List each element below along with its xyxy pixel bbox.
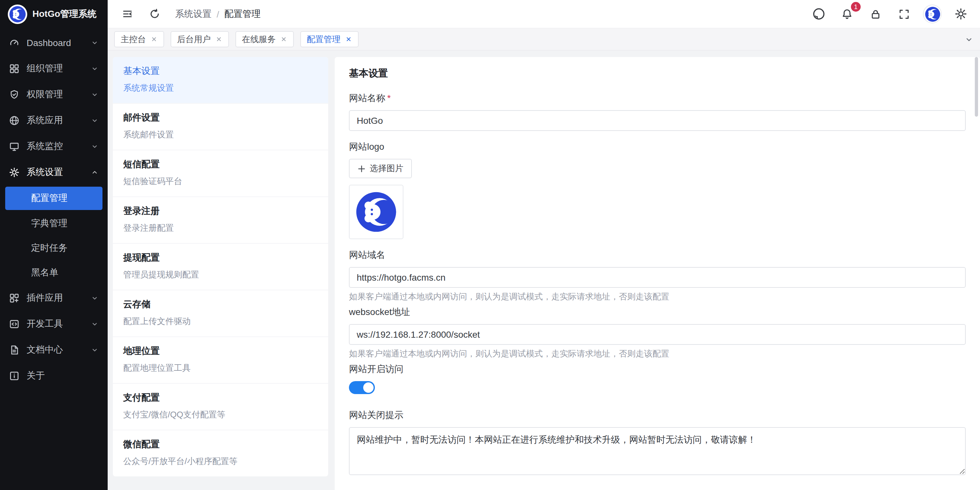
sidebar-item-label: 系统设置 [27, 167, 84, 178]
close-tab-icon[interactable] [215, 36, 223, 43]
org-grid-icon [9, 63, 19, 74]
sidebar-item-apps[interactable]: 系统应用 [0, 108, 108, 133]
breadcrumb-item-current[interactable]: 配置管理 [224, 8, 261, 20]
site-domain-input[interactable] [349, 267, 966, 288]
lock-icon [870, 8, 881, 20]
choose-image-button[interactable]: 选择图片 [349, 159, 412, 178]
settings-nav-login[interactable]: 登录注册 登录注册配置 [113, 197, 328, 244]
app-logo-row[interactable]: HotGo管理系统 [0, 0, 108, 29]
settings-nav-withdraw[interactable]: 提现配置 管理员提现规则配置 [113, 244, 328, 290]
sidebar-item-devtools[interactable]: 开发工具 [0, 311, 108, 337]
tab-console[interactable]: 主控台 [114, 31, 164, 47]
sidebar-item-dashboard[interactable]: Dashboard [0, 30, 108, 56]
settings-nav-geo[interactable]: 地理位置 配置地理位置工具 [113, 337, 328, 384]
close-tab-icon[interactable] [345, 36, 352, 43]
site-access-toggle[interactable] [349, 381, 375, 394]
sidebar-item-monitor[interactable]: 系统监控 [0, 133, 108, 159]
settings-nav-subtitle: 公众号/开放平台/小程序配置等 [123, 456, 318, 467]
chevron-up-icon [91, 168, 99, 176]
websocket-help: 如果客户端通过本地或内网访问，则认为是调试模式，走实际请求地址，否则走该配置 [349, 348, 966, 360]
about-icon [9, 371, 19, 381]
site-logo-preview[interactable] [349, 185, 403, 239]
sidebar-subitem-label: 字典管理 [31, 218, 67, 230]
tab-label: 主控台 [121, 33, 146, 45]
settings-nav-sms[interactable]: 短信配置 短信验证码平台 [113, 151, 328, 197]
breadcrumb-separator: / [216, 9, 219, 19]
user-avatar[interactable] [924, 5, 941, 23]
settings-nav-title: 支付配置 [123, 392, 318, 404]
sidebar-subitem-cron[interactable]: 定时任务 [0, 236, 108, 260]
plugin-icon [9, 293, 19, 303]
sidebar-item-docs[interactable]: 文档中心 [0, 337, 108, 363]
websocket-input[interactable] [349, 324, 966, 345]
sidebar-item-about[interactable]: 关于 [0, 363, 108, 389]
tab-label: 配置管理 [307, 33, 340, 45]
plus-icon [357, 164, 366, 173]
tab-options-button[interactable] [964, 35, 974, 44]
app-logo [8, 5, 27, 24]
tab-online-service[interactable]: 在线服务 [235, 31, 294, 47]
sidebar-item-permission[interactable]: 权限管理 [0, 82, 108, 108]
sidebar-subitem-blacklist[interactable]: 黑名单 [0, 260, 108, 285]
breadcrumb-item[interactable]: 系统设置 [175, 8, 212, 20]
lock-screen-button[interactable] [867, 5, 885, 23]
vertical-scrollbar[interactable] [975, 57, 978, 117]
sidebar-item-org[interactable]: 组织管理 [0, 56, 108, 82]
sidebar-item-label: 插件应用 [27, 292, 84, 304]
chevron-down-icon [91, 346, 99, 354]
menu-collapse-icon [122, 8, 133, 19]
menu-collapse-button[interactable] [118, 5, 136, 23]
tab-admin-users[interactable]: 后台用户 [170, 31, 229, 47]
settings-nav-subtitle: 短信验证码平台 [123, 176, 318, 187]
settings-nav-email[interactable]: 邮件设置 系统邮件设置 [113, 104, 328, 151]
site-domain-help: 如果客户端通过本地或内网访问，则认为是调试模式，走实际请求地址，否则走该配置 [349, 291, 966, 303]
tab-config-management[interactable]: 配置管理 [300, 31, 359, 47]
sidebar-subitem-config[interactable]: 配置管理 [5, 187, 102, 210]
chevron-down-icon [91, 91, 99, 98]
fullscreen-button[interactable] [895, 5, 913, 23]
settings-nav-pay[interactable]: 支付配置 支付宝/微信/QQ支付配置等 [113, 384, 328, 430]
avatar-logo-icon [924, 6, 940, 22]
sidebar-item-label: 系统应用 [27, 115, 84, 126]
site-logo-image [355, 191, 397, 233]
close-tip-label: 网站关闭提示 [349, 410, 966, 421]
sidebar-item-label: 开发工具 [27, 318, 84, 330]
settings-nav-storage[interactable]: 云存储 配置上传文件驱动 [113, 290, 328, 337]
main-content: 基本设置 系统常规设置 邮件设置 系统邮件设置 短信配置 短信验证码平台 登录注… [108, 51, 980, 490]
system-settings-submenu: 配置管理 字典管理 定时任务 黑名单 [0, 187, 108, 285]
header-actions: 1 [810, 5, 970, 23]
koala-logo-icon [9, 6, 26, 23]
notification-badge: 1 [851, 2, 861, 11]
settings-nav-title: 提现配置 [123, 252, 318, 264]
settings-nav-subtitle: 配置地理位置工具 [123, 362, 318, 374]
tab-label: 在线服务 [242, 33, 276, 45]
settings-button[interactable] [951, 5, 970, 23]
chevron-down-icon [91, 65, 99, 73]
refresh-icon [149, 8, 160, 19]
site-name-input[interactable] [349, 110, 966, 131]
settings-nav-subtitle: 支付宝/微信/QQ支付配置等 [123, 409, 318, 421]
settings-nav-basic[interactable]: 基本设置 系统常规设置 [113, 57, 328, 104]
settings-nav-wechat[interactable]: 微信配置 公众号/开放平台/小程序配置等 [113, 430, 328, 476]
settings-nav-title: 基本设置 [123, 65, 318, 77]
monitor-icon [9, 141, 19, 152]
close-tab-icon[interactable] [151, 36, 158, 43]
sidebar-item-system-settings[interactable]: 系统设置 [0, 159, 108, 186]
site-name-label: 网站名称 * [349, 93, 966, 105]
sidebar-subitem-label: 定时任务 [31, 243, 67, 254]
sidebar-item-label: 文档中心 [27, 344, 84, 356]
github-button[interactable] [810, 5, 827, 23]
settings-nav-subtitle: 登录注册配置 [123, 222, 318, 234]
refresh-button[interactable] [145, 5, 164, 23]
notifications-button[interactable]: 1 [838, 5, 856, 23]
sidebar-subitem-dict[interactable]: 字典管理 [0, 211, 108, 236]
settings-nav-title: 登录注册 [123, 205, 318, 217]
chevron-down-icon [91, 117, 99, 124]
settings-nav-subtitle: 系统邮件设置 [123, 129, 318, 141]
sidebar-subitem-label: 黑名单 [31, 267, 58, 279]
close-tip-textarea[interactable]: 网站维护中，暂时无法访问！本网站正在进行系统维护和技术升级，网站暂时无法访问，敬… [349, 427, 966, 475]
devtools-icon [9, 319, 19, 329]
close-tab-icon[interactable] [280, 36, 287, 43]
sidebar-item-plugins[interactable]: 插件应用 [0, 285, 108, 311]
gear-icon [955, 8, 967, 20]
